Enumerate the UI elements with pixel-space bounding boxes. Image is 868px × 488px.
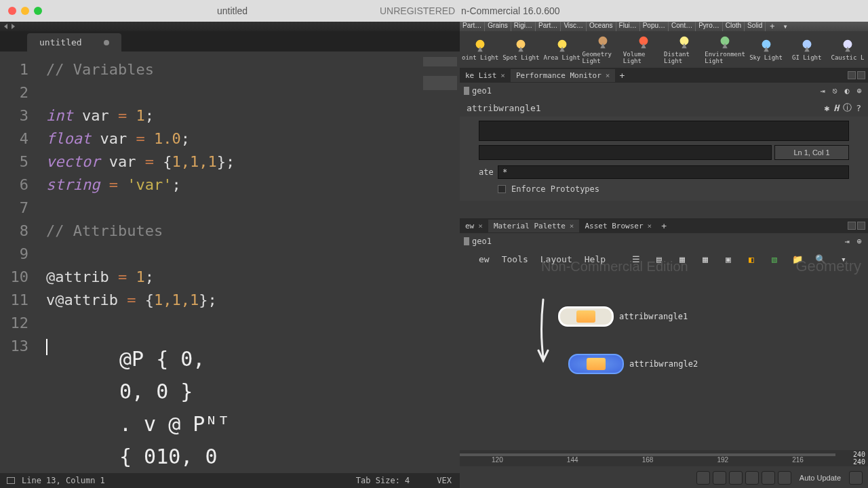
shelf-add-icon[interactable]: +: [766, 22, 778, 31]
line-gutter: 123 456 789 101112 13: [0, 52, 38, 464]
shelf-tabs: Part…GrainsRigi…Part…Visc…OceansFlui…Pop…: [460, 22, 868, 31]
shelf-tab[interactable]: Rigi…: [511, 22, 536, 31]
shelf-tab[interactable]: Cloth: [723, 22, 745, 31]
pane-ctrl-icon[interactable]: [857, 71, 865, 79]
param-field[interactable]: *: [498, 165, 849, 179]
shelf-tab[interactable]: Oceans: [587, 22, 616, 31]
tab-scene-view[interactable]: ew×: [460, 220, 488, 232]
houdini-window-title: n-Commercial 16.0.600: [461, 5, 560, 16]
vex-code-field[interactable]: [479, 121, 849, 141]
status-icon[interactable]: [7, 477, 15, 484]
help-icon[interactable]: ?: [856, 103, 861, 113]
shelf-tool-environment-light[interactable]: Environment Light: [705, 31, 745, 68]
node-name-label[interactable]: attribwrangle1: [467, 103, 541, 113]
shelf-tool-sky-light[interactable]: Sky Light: [745, 31, 786, 68]
help-icon[interactable]: ◐: [842, 86, 852, 96]
shelf-tab[interactable]: Part…: [460, 22, 485, 31]
shelf-tool-area-light[interactable]: Area Light: [541, 31, 582, 68]
pin-icon[interactable]: ⇥: [842, 237, 852, 246]
shelf-tab[interactable]: Visc…: [561, 22, 587, 31]
tab-take-list[interactable]: ke List×: [460, 69, 511, 82]
tab-perf-monitor[interactable]: Performance Monitor×: [511, 69, 615, 82]
shelf-tool-oint-light[interactable]: oint Light: [460, 31, 500, 68]
pane-ctrl-icon[interactable]: [848, 222, 856, 230]
shelf-tool-caustic-l[interactable]: Caustic L: [827, 31, 868, 68]
nav-back-icon[interactable]: [4, 24, 7, 29]
tab-size[interactable]: Tab Size: 4: [356, 476, 410, 485]
path-geo[interactable]: geo1: [472, 86, 492, 96]
play-prev-icon[interactable]: [713, 471, 726, 485]
close-icon[interactable]: ×: [478, 222, 483, 230]
gear-icon[interactable]: ✱: [825, 103, 830, 113]
shelf-tool-geometry-light[interactable]: Geometry Light: [583, 31, 623, 68]
play-first-icon[interactable]: [696, 471, 710, 485]
play-icon[interactable]: [729, 471, 743, 485]
shelf-tab[interactable]: Pyro…: [696, 22, 723, 31]
link-icon[interactable]: ⎋: [830, 86, 840, 96]
image-icon[interactable]: ▧: [769, 253, 780, 264]
syntax-mode[interactable]: VEX: [437, 476, 452, 485]
close-icon[interactable]: ×: [648, 222, 652, 230]
tab-asset-browser[interactable]: Asset Browser×: [579, 220, 657, 232]
expand-icon[interactable]: ⊕: [854, 86, 864, 96]
shelf-tab[interactable]: Grains: [485, 22, 511, 31]
shelf-tab[interactable]: Solid: [745, 22, 766, 31]
pane-ctrl-icon[interactable]: [848, 71, 856, 79]
tab-add-icon[interactable]: +: [657, 221, 671, 231]
shelf-tool-volume-light[interactable]: Volume Light: [623, 31, 664, 68]
auto-update-dropdown[interactable]: Auto Update: [794, 474, 846, 482]
play-last-icon[interactable]: [762, 471, 775, 485]
close-icon[interactable]: ×: [606, 71, 610, 80]
parameter-area: Ln 1, Col 1 ate * Enforce Prototypes: [460, 117, 868, 201]
playbar: Auto Update: [460, 468, 868, 488]
tab-material-palette[interactable]: Material Palette×: [488, 220, 580, 232]
cursor-position[interactable]: Line 13, Column 1: [22, 476, 105, 485]
realtime-icon[interactable]: [778, 471, 791, 485]
vex-input[interactable]: [479, 145, 772, 160]
path-geo[interactable]: geo1: [472, 237, 492, 246]
shelf-tool-gi-light[interactable]: GI Light: [787, 31, 827, 68]
color-icon[interactable]: ◧: [746, 253, 757, 264]
node-name-row: attribwrangle1 ✱ H ⓘ ?: [460, 99, 868, 117]
code-editor[interactable]: 123 456 789 101112 13 // Variables int v…: [0, 52, 460, 464]
node-attribwrangle1[interactable]: attribwrangle1: [558, 306, 688, 327]
tab-add-icon[interactable]: +: [615, 70, 629, 81]
minimap[interactable]: [423, 57, 457, 104]
layout-icon[interactable]: ▣: [723, 253, 734, 264]
enforce-checkbox[interactable]: [498, 185, 506, 193]
close-window-icon[interactable]: [8, 7, 16, 15]
h-icon[interactable]: H: [833, 103, 839, 113]
grid2-icon[interactable]: ▦: [700, 253, 711, 264]
menu-view[interactable]: ew: [479, 254, 490, 264]
shelf-tab[interactable]: Flui…: [616, 22, 640, 31]
code-content[interactable]: // Variables int var = 1; float var = 1.…: [38, 52, 235, 464]
pin-icon[interactable]: ⇥: [818, 86, 827, 96]
shelf-menu-icon[interactable]: ▾: [779, 22, 792, 31]
shelf-tool-spot-light[interactable]: Spot Light: [500, 31, 541, 68]
param-path: geo1 ⇥ ⎋ ◐ ⊕: [460, 83, 868, 99]
shelf-tab[interactable]: Cont…: [669, 22, 696, 31]
minimize-window-icon[interactable]: [21, 7, 29, 15]
shelf-tab[interactable]: Popu…: [640, 22, 669, 31]
update-icon[interactable]: [849, 471, 863, 485]
unregistered-label: UNREGISTERED: [380, 5, 455, 16]
expand-icon[interactable]: ⊕: [854, 237, 864, 246]
watermark: Non-Commercial Edition: [541, 259, 688, 274]
timeline[interactable]: 120 144 168 192 216 240240: [460, 450, 868, 466]
shelf-tab[interactable]: Part…: [536, 22, 561, 31]
zoom-window-icon[interactable]: [34, 7, 42, 15]
nav-fwd-icon[interactable]: [12, 24, 15, 29]
close-icon[interactable]: ×: [570, 222, 574, 230]
shelf-tool-distant-light[interactable]: Distant Light: [664, 31, 705, 68]
menu-tools[interactable]: Tools: [502, 254, 528, 264]
close-icon[interactable]: ×: [500, 71, 505, 80]
info-icon[interactable]: ⓘ: [843, 102, 852, 114]
pane-ctrl-icon[interactable]: [857, 222, 865, 230]
macos-titlebar: untitled UNREGISTERED n-Commercial 16.0.…: [0, 0, 868, 22]
play-next-icon[interactable]: [745, 471, 759, 485]
network-tabs: ew× Material Palette× Asset Browser× +: [460, 218, 868, 233]
node-attribwrangle2[interactable]: attribwrangle2: [568, 354, 698, 374]
file-tab-untitled[interactable]: untitled: [27, 33, 121, 52]
enforce-label: Enforce Prototypes: [511, 184, 599, 194]
node-icon: [576, 310, 595, 323]
